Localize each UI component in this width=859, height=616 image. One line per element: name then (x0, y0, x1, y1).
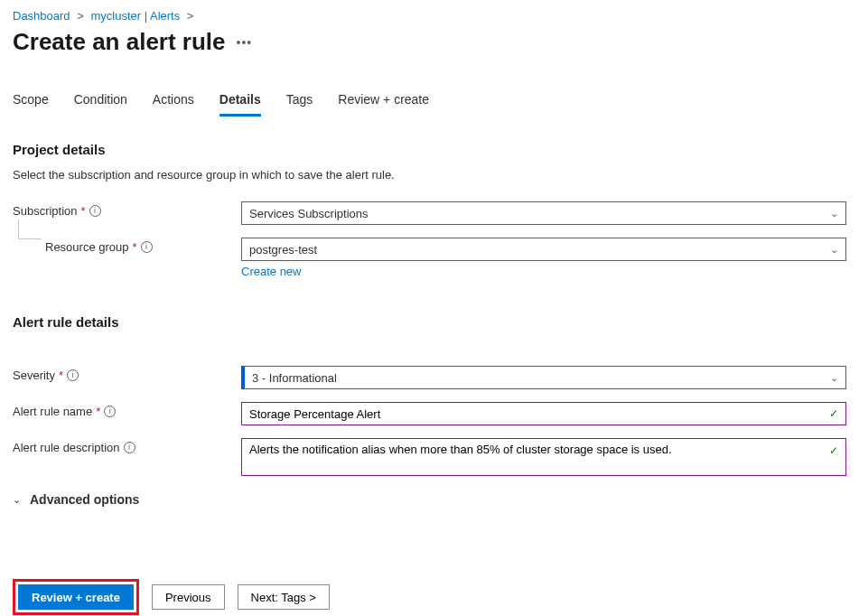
alert-rule-name-label: Alert rule name (13, 405, 92, 418)
required-indicator: * (59, 369, 63, 382)
more-options-icon[interactable]: ••• (237, 35, 253, 50)
checkmark-icon: ✓ (829, 407, 838, 420)
chevron-down-icon: ⌄ (830, 208, 838, 219)
alert-rule-description-label: Alert rule description (13, 441, 120, 454)
required-indicator: * (96, 405, 100, 418)
alert-rule-name-input-wrapper: ✓ (241, 402, 846, 425)
chevron-down-icon: ⌄ (13, 494, 21, 506)
page-title: Create an alert rule (13, 28, 226, 56)
tab-bar: Scope Condition Actions Details Tags Rev… (13, 92, 846, 117)
previous-button[interactable]: Previous (152, 584, 225, 610)
severity-select[interactable]: 3 - Informational ⌄ (241, 366, 846, 389)
severity-value: 3 - Informational (252, 371, 337, 385)
create-new-link[interactable]: Create new (241, 265, 846, 278)
section-heading-project-details: Project details (13, 142, 846, 157)
subscription-label: Subscription (13, 204, 78, 218)
footer-action-bar: Review + create Previous Next: Tags > (13, 579, 846, 615)
breadcrumb: Dashboard > mycluster | Alerts > (13, 9, 846, 23)
tab-scope[interactable]: Scope (13, 92, 49, 117)
alert-rule-description-wrapper: ✓ (241, 438, 846, 476)
info-icon[interactable]: i (104, 406, 116, 417)
breadcrumb-cluster-alerts[interactable]: mycluster | Alerts (90, 9, 180, 23)
indent-connector (18, 219, 42, 239)
info-icon[interactable]: i (141, 241, 153, 253)
tab-condition[interactable]: Condition (74, 92, 127, 117)
chevron-right-icon: > (77, 9, 84, 23)
required-indicator: * (81, 204, 86, 218)
chevron-down-icon: ⌄ (830, 372, 838, 384)
tab-actions[interactable]: Actions (153, 92, 194, 117)
resource-group-value: postgres-test (249, 243, 317, 257)
advanced-options-label: Advanced options (30, 492, 139, 507)
tab-details[interactable]: Details (219, 92, 261, 117)
severity-label: Severity (13, 369, 55, 382)
highlight-annotation: Review + create (13, 579, 139, 615)
tab-tags[interactable]: Tags (286, 92, 313, 117)
advanced-options-toggle[interactable]: ⌄ Advanced options (13, 492, 846, 507)
info-icon[interactable]: i (124, 442, 135, 453)
chevron-right-icon: > (187, 9, 194, 23)
next-tags-button[interactable]: Next: Tags > (238, 584, 330, 610)
section-heading-alert-rule-details: Alert rule details (13, 314, 846, 330)
info-icon[interactable]: i (67, 369, 79, 381)
section-description: Select the subscription and resource gro… (13, 168, 846, 182)
alert-rule-name-input[interactable] (249, 407, 838, 421)
chevron-down-icon: ⌄ (830, 244, 838, 256)
resource-group-label: Resource group (45, 240, 129, 254)
breadcrumb-dashboard[interactable]: Dashboard (13, 9, 70, 23)
alert-rule-description-input[interactable] (249, 443, 820, 471)
subscription-value: Services Subscriptions (249, 207, 369, 220)
tab-review[interactable]: Review + create (338, 92, 429, 117)
checkmark-icon: ✓ (829, 444, 838, 457)
review-create-button[interactable]: Review + create (18, 584, 134, 610)
subscription-select[interactable]: Services Subscriptions ⌄ (241, 201, 846, 225)
resource-group-select[interactable]: postgres-test ⌄ (241, 238, 846, 261)
required-indicator: * (133, 240, 137, 254)
info-icon[interactable]: i (89, 205, 101, 217)
